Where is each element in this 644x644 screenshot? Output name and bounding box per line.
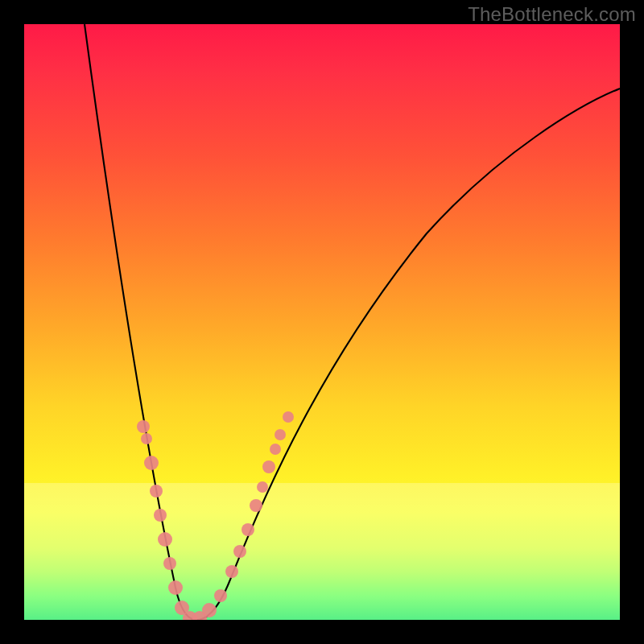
data-dot (141, 433, 152, 444)
data-dot (137, 420, 150, 433)
curve-layer (24, 24, 620, 620)
data-dot (262, 460, 275, 473)
data-dot (275, 429, 286, 440)
data-dot (233, 545, 246, 558)
data-dot (154, 509, 167, 522)
highlight-band (24, 483, 620, 620)
data-dot (214, 589, 227, 602)
left-branch-path (85, 24, 196, 620)
data-dot (270, 444, 281, 455)
data-dot (192, 611, 207, 620)
data-dots (137, 411, 294, 620)
data-dot (158, 532, 172, 547)
data-dot (283, 411, 294, 423)
data-dot (144, 456, 159, 470)
data-dot (150, 485, 163, 497)
watermark-text: TheBottleneck.com (468, 3, 636, 26)
data-dot (168, 580, 183, 595)
data-dot (225, 565, 238, 578)
data-dot (257, 481, 268, 493)
data-dot (250, 499, 262, 512)
data-dot (183, 611, 197, 620)
data-dot (163, 557, 176, 570)
data-dot (175, 601, 189, 615)
data-dot (242, 523, 254, 536)
right-branch-path (196, 89, 620, 620)
plot-area (24, 24, 620, 620)
chart-frame: TheBottleneck.com (0, 0, 644, 644)
data-dot (202, 603, 217, 617)
